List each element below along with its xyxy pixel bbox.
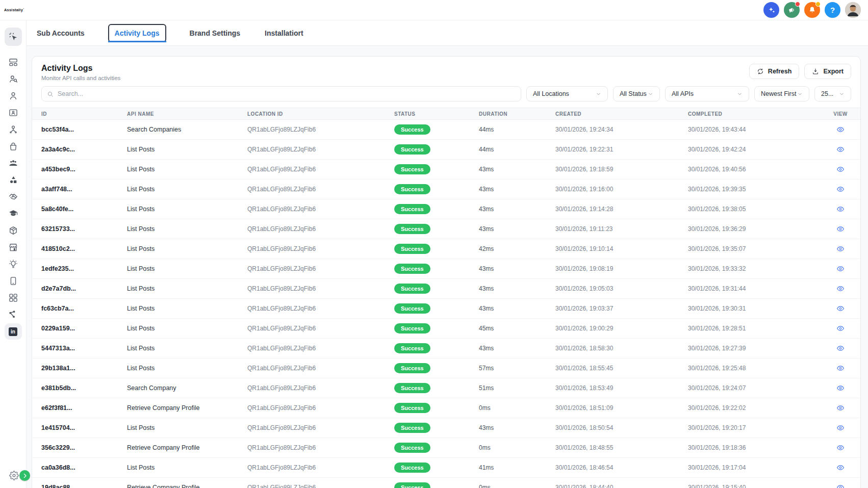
sidebar-item-graduation-cap[interactable] bbox=[5, 206, 22, 222]
view-log-button[interactable] bbox=[835, 482, 846, 488]
table-row: 19d8ac88... Retrieve Company Profile QR1… bbox=[32, 478, 860, 488]
api-name: List Posts bbox=[127, 365, 247, 372]
view-log-button[interactable] bbox=[835, 264, 846, 274]
sort-value: Newest First bbox=[761, 90, 796, 97]
view-log-button[interactable] bbox=[835, 323, 846, 333]
view-log-button[interactable] bbox=[835, 164, 846, 174]
api-name: List Posts bbox=[127, 285, 247, 292]
sidebar-item-package[interactable] bbox=[5, 222, 22, 239]
tab-activity-logs[interactable]: Activity Logs bbox=[108, 24, 166, 42]
column-header-id: ID bbox=[41, 111, 127, 117]
eye-icon bbox=[836, 285, 845, 293]
ai-assistant-button[interactable] bbox=[763, 2, 779, 18]
sort-dropdown[interactable]: Newest First bbox=[754, 86, 809, 101]
view-log-button[interactable] bbox=[835, 204, 846, 214]
api-name: Retrieve Company Profile bbox=[127, 484, 247, 488]
sidebar-item-user-search[interactable] bbox=[5, 71, 22, 87]
duration: 43ms bbox=[479, 186, 555, 193]
completed-timestamp: 30/01/2026, 19:15:40 bbox=[688, 484, 821, 488]
sidebar-expand-button[interactable] bbox=[19, 470, 30, 481]
sidebar-item-tablet[interactable] bbox=[5, 273, 22, 289]
view-log-button[interactable] bbox=[835, 124, 846, 135]
log-id: 356c3229... bbox=[41, 444, 127, 451]
view-log-button[interactable] bbox=[835, 224, 846, 234]
tablet-icon bbox=[8, 276, 18, 286]
sidebar-item-linkedin[interactable]: in bbox=[5, 323, 22, 340]
log-id: e381b5db... bbox=[41, 384, 127, 392]
export-button[interactable]: Export bbox=[804, 64, 851, 79]
duration: 43ms bbox=[479, 225, 555, 233]
view-log-button[interactable] bbox=[835, 443, 846, 453]
completed-timestamp: 30/01/2026, 19:33:32 bbox=[688, 265, 821, 272]
location-id: QR1abLGFjo89LZJqFib6 bbox=[247, 285, 394, 292]
user-avatar[interactable] bbox=[845, 2, 861, 18]
tab-brand-settings[interactable]: Brand Settings bbox=[189, 26, 242, 40]
status-badge: Success bbox=[394, 343, 430, 353]
refresh-label: Refresh bbox=[768, 68, 792, 75]
handshake-icon bbox=[8, 192, 18, 202]
sidebar-item-handshake[interactable] bbox=[5, 189, 22, 205]
sidebar-item-users-group[interactable] bbox=[5, 155, 22, 171]
page-size-dropdown[interactable]: 25... bbox=[814, 86, 851, 101]
table-row: d2e7a7db... List Posts QR1abLGFjo89LZJqF… bbox=[32, 279, 860, 299]
duration: 0ms bbox=[479, 444, 555, 451]
sidebar-item-network[interactable] bbox=[5, 306, 22, 323]
status-badge: Success bbox=[394, 204, 430, 214]
eye-icon bbox=[836, 185, 845, 193]
view-log-button[interactable] bbox=[835, 244, 846, 254]
view-log-button[interactable] bbox=[835, 284, 846, 294]
completed-timestamp: 30/01/2026, 19:38:05 bbox=[688, 206, 821, 213]
notification-dot bbox=[795, 2, 800, 7]
view-log-button[interactable] bbox=[835, 144, 846, 155]
refresh-button[interactable]: Refresh bbox=[749, 64, 800, 79]
location-id: QR1abLGFjo89LZJqFib6 bbox=[247, 464, 394, 471]
sidebar-item-storefront[interactable] bbox=[5, 239, 22, 255]
api-name: List Posts bbox=[127, 265, 247, 272]
status-badge: Success bbox=[394, 482, 430, 488]
notifications-button[interactable] bbox=[804, 2, 820, 18]
sidebar-item-bag[interactable] bbox=[5, 138, 22, 155]
topbar: Assistally˙ ? bbox=[0, 0, 868, 20]
eye-icon bbox=[836, 125, 845, 134]
sidebar-item-lightbulb[interactable] bbox=[5, 256, 22, 272]
status-badge: Success bbox=[394, 284, 430, 294]
view-log-button[interactable] bbox=[835, 184, 846, 194]
status-badge: Success bbox=[394, 224, 430, 234]
help-button[interactable]: ? bbox=[825, 2, 840, 18]
status-filter-dropdown[interactable]: All Status bbox=[613, 86, 660, 101]
apps-grid-icon bbox=[8, 293, 18, 303]
sidebar-item-dashboard[interactable] bbox=[5, 54, 22, 70]
locations-filter-dropdown[interactable]: All Locations bbox=[526, 86, 608, 101]
view-log-button[interactable] bbox=[835, 363, 846, 373]
view-log-button[interactable] bbox=[835, 343, 846, 353]
search-input[interactable] bbox=[58, 90, 516, 97]
sidebar-item-cursor-click[interactable] bbox=[5, 28, 22, 46]
api-filter-dropdown[interactable]: All APIs bbox=[665, 86, 749, 101]
table-row: 5a8c40fe... List Posts QR1abLGFjo89LZJqF… bbox=[32, 199, 860, 219]
view-log-button[interactable] bbox=[835, 403, 846, 413]
user-icon bbox=[8, 91, 18, 101]
view-log-button[interactable] bbox=[835, 303, 846, 314]
avatar-photo-icon bbox=[845, 2, 861, 18]
column-header-location-id: LOCATION ID bbox=[247, 111, 394, 117]
sidebar-item-apps-grid[interactable] bbox=[5, 290, 22, 306]
tab-sub-accounts[interactable]: Sub Accounts bbox=[36, 26, 86, 40]
sidebar-item-shapes[interactable] bbox=[5, 172, 22, 188]
view-log-button[interactable] bbox=[835, 423, 846, 433]
sidebar-item-id-card[interactable] bbox=[5, 105, 22, 121]
settings-button[interactable] bbox=[9, 471, 19, 482]
log-id: 29b138a1... bbox=[41, 365, 127, 372]
column-header-completed: COMPLETED bbox=[688, 111, 821, 117]
duration: 43ms bbox=[479, 265, 555, 272]
eye-icon bbox=[836, 404, 845, 412]
created-timestamp: 30/01/2026, 19:18:59 bbox=[555, 166, 688, 173]
status-badge: Success bbox=[394, 144, 430, 155]
sidebar-item-user-share[interactable] bbox=[5, 121, 22, 138]
tab-installation[interactable]: Installatiort bbox=[264, 26, 304, 40]
completed-timestamp: 30/01/2026, 19:31:44 bbox=[688, 285, 821, 292]
view-log-button[interactable] bbox=[835, 463, 846, 473]
view-log-button[interactable] bbox=[835, 383, 846, 393]
sidebar-item-user[interactable] bbox=[5, 88, 22, 104]
completed-timestamp: 30/01/2026, 19:18:36 bbox=[688, 444, 821, 451]
announcements-button[interactable] bbox=[784, 2, 800, 18]
